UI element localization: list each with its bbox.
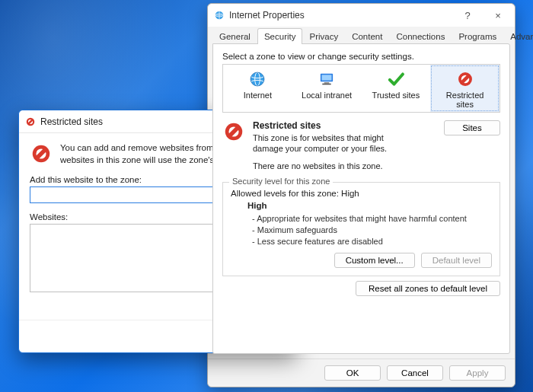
zone-restricted-sites[interactable]: Restricted sites xyxy=(430,65,499,112)
zone-label: Internet xyxy=(225,91,291,100)
zone-trusted-sites[interactable]: Trusted sites xyxy=(362,65,431,112)
svg-rect-6 xyxy=(322,75,332,80)
apply-button[interactable]: Apply xyxy=(449,365,506,381)
zone-label-2: sites xyxy=(432,100,498,109)
tab-strip: General Security Privacy Content Connect… xyxy=(208,27,515,44)
tab-connections[interactable]: Connections xyxy=(389,28,452,44)
globe-icon xyxy=(247,69,267,89)
forbidden-icon xyxy=(222,120,245,143)
add-website-input[interactable] xyxy=(30,186,217,203)
detail-heading: Restricted sites xyxy=(253,120,436,131)
zone-local-intranet[interactable]: Local intranet xyxy=(292,65,362,112)
forbidden-icon xyxy=(30,142,53,165)
allowed-levels: Allowed levels for this zone: High xyxy=(231,189,492,198)
tab-programs[interactable]: Programs xyxy=(452,28,503,44)
tab-security[interactable]: Security xyxy=(257,28,303,44)
close-button[interactable]: × xyxy=(483,4,513,27)
tab-privacy[interactable]: Privacy xyxy=(302,28,345,44)
sites-button[interactable]: Sites xyxy=(444,120,500,135)
group-legend: Security level for this zone xyxy=(229,177,333,186)
tab-advanced[interactable]: Advanced xyxy=(503,28,533,44)
svg-rect-8 xyxy=(322,84,330,85)
ok-button[interactable]: OK xyxy=(324,365,381,381)
svg-rect-7 xyxy=(324,82,330,84)
forbidden-icon xyxy=(25,116,36,127)
titlebar[interactable]: Internet Properties ? × xyxy=(208,4,515,27)
default-level-button[interactable]: Default level xyxy=(421,253,492,268)
monitor-icon xyxy=(317,69,337,89)
window-title: Internet Properties xyxy=(229,10,452,21)
zone-internet[interactable]: Internet xyxy=(223,65,292,112)
zone-label: Restricted xyxy=(432,91,498,100)
cancel-button[interactable]: Cancel xyxy=(387,365,443,381)
custom-level-button[interactable]: Custom level... xyxy=(334,253,415,268)
security-level-group: Security level for this zone Allowed lev… xyxy=(222,182,500,277)
internet-options-icon xyxy=(214,10,225,21)
level-bullet: Less secure features are disabled xyxy=(252,236,492,247)
tab-content[interactable]: Content xyxy=(345,28,389,44)
detail-desc-2: damage your computer or your files. xyxy=(253,143,436,154)
internet-properties-window: Internet Properties ? × General Security… xyxy=(207,3,515,387)
checkmark-icon xyxy=(386,69,406,89)
help-button[interactable]: ? xyxy=(452,4,483,27)
tab-page-security: Select a zone to view or change security… xyxy=(212,43,510,354)
websites-listbox[interactable] xyxy=(30,224,217,292)
detail-status: There are no websites in this zone. xyxy=(253,161,500,171)
level-bullet: Appropriate for websites that might have… xyxy=(252,213,492,225)
zone-label: Trusted sites xyxy=(363,91,429,100)
detail-desc-1: This zone is for websites that might xyxy=(253,132,436,143)
zone-prompt: Select a zone to view or change security… xyxy=(222,52,500,61)
level-name: High xyxy=(247,201,492,210)
tab-general[interactable]: General xyxy=(212,28,257,44)
reset-zones-button[interactable]: Reset all zones to default level xyxy=(356,281,500,296)
forbidden-icon xyxy=(455,69,475,89)
zone-label: Local intranet xyxy=(294,91,360,100)
zone-list: Internet Local intranet Trusted sites xyxy=(222,64,500,113)
dialog-footer: OK Cancel Apply xyxy=(208,359,515,387)
level-bullet: Maximum safeguards xyxy=(252,225,492,236)
zone-detail: Restricted sites This zone is for websit… xyxy=(222,120,500,171)
